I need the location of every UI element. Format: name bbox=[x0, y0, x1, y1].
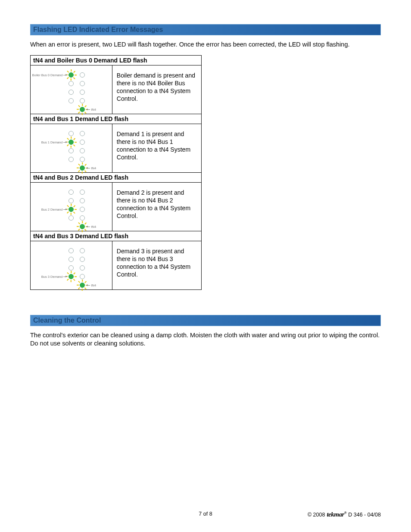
led-diagram: Boiler Bus 0 DemandtN4 bbox=[31, 65, 112, 114]
page-content: Flashing LED Indicated Error Messages Wh… bbox=[0, 0, 411, 371]
error-description: Demand 2 is present and there is no tN4 … bbox=[112, 182, 201, 231]
error-description: Demand 3 is present and there is no tN4 … bbox=[112, 241, 201, 289]
flashing-intro: When an error is present, two LED will f… bbox=[30, 40, 381, 49]
section-title-cleaning: Cleaning the Control bbox=[33, 317, 101, 324]
error-description: Demand 1 is present and there is no tN4 … bbox=[112, 124, 201, 172]
led-diagram: Bus 1 DemandtN4 bbox=[31, 124, 112, 172]
error-row-header: tN4 and Bus 1 Demand LED flash bbox=[31, 114, 202, 124]
section-header-cleaning: Cleaning the Control bbox=[30, 315, 381, 326]
cleaning-body: The control's exterior can be cleaned us… bbox=[30, 331, 381, 348]
spacer bbox=[30, 290, 381, 315]
error-row-header: tN4 and Boiler Bus 0 Demand LED flash bbox=[31, 55, 202, 65]
led-diagram: Bus 3 DemandtN4 bbox=[31, 241, 112, 289]
section-header-flashing: Flashing LED Indicated Error Messages bbox=[30, 24, 381, 35]
footer-page: 7 of 8 bbox=[30, 511, 381, 517]
error-description: Boiler demand is present and there is no… bbox=[112, 65, 201, 114]
error-table: tN4 and Boiler Bus 0 Demand LED flashBoi… bbox=[30, 55, 202, 290]
error-row-header: tN4 and Bus 2 Demand LED flash bbox=[31, 172, 202, 182]
section-title-flashing: Flashing LED Indicated Error Messages bbox=[33, 26, 163, 33]
led-diagram: Bus 2 DemandtN4 bbox=[31, 182, 112, 231]
error-row-header: tN4 and Bus 3 Demand LED flash bbox=[31, 231, 202, 241]
footer: 7 of 8 © 2008 tekmar® D 346 - 04/08 bbox=[30, 511, 381, 518]
